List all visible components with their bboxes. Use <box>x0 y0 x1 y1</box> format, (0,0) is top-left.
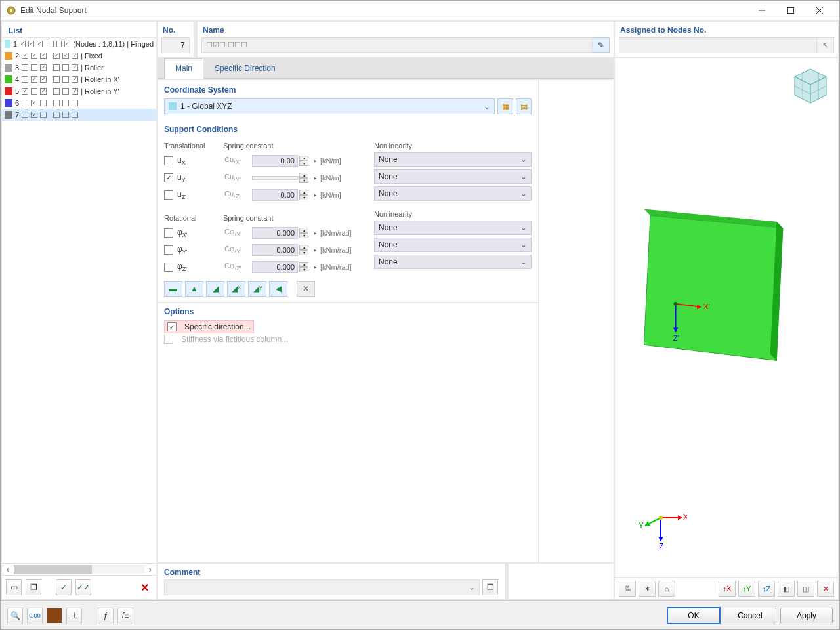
app-icon <box>6 5 16 16</box>
color-button[interactable] <box>47 608 62 623</box>
nonlinearity-ry-select[interactable]: None⌄ <box>374 238 532 252</box>
rot-0-value[interactable]: 0.000 <box>252 227 298 239</box>
list-item[interactable]: 1(Nodes : 1,8,11) | Hinged <box>2 38 156 50</box>
nonlinearity-uz-select[interactable]: None⌄ <box>374 186 532 201</box>
check-green-button[interactable]: ✓ <box>56 579 72 595</box>
view-z-button[interactable]: ↕Z <box>758 581 775 597</box>
coordinate-system-select[interactable]: 1 - Global XYZ ⌄ <box>164 98 495 114</box>
trans-2-menu[interactable]: ▸ <box>311 192 319 198</box>
rot-0-menu[interactable]: ▸ <box>311 230 319 236</box>
pick-nodes-button[interactable]: ↖ <box>817 37 834 53</box>
name-field[interactable]: ☐☑☐ ☐☐☐ <box>201 37 593 52</box>
view-cancel-button[interactable]: ✕ <box>817 581 834 597</box>
preset-wall-icon[interactable]: ◀ <box>269 281 287 297</box>
tab-bar: Main Specific Direction <box>158 58 614 79</box>
list-item[interactable]: 4| Roller in X' <box>2 74 156 85</box>
rot-2-menu[interactable]: ▸ <box>311 264 319 270</box>
script-button[interactable]: ƒ <box>98 608 114 623</box>
rot-1-checkbox[interactable] <box>164 245 173 255</box>
preset-roller-y-icon[interactable]: ◢ʸ <box>248 281 266 297</box>
nonlinearity-ux-select[interactable]: None⌄ <box>374 152 532 167</box>
list-item[interactable]: 5| Roller in Y' <box>2 85 156 97</box>
rot-1-value[interactable]: 0.000 <box>252 244 298 256</box>
view-iso-button[interactable]: ◧ <box>778 581 795 597</box>
cs-value: 1 - Global XYZ <box>180 102 232 111</box>
cancel-button[interactable]: Cancel <box>724 608 776 623</box>
nonlinearity-rz-select[interactable]: None⌄ <box>374 255 532 269</box>
rot-2-checkbox[interactable] <box>164 262 173 272</box>
list-item[interactable]: 2| Fixed <box>2 50 156 62</box>
preset-roller-x-icon[interactable]: ◢ˣ <box>227 281 245 297</box>
nonlinearity-uy-select[interactable]: None⌄ <box>374 169 532 184</box>
preset-fixed-icon[interactable]: ▲ <box>185 281 203 297</box>
ok-button[interactable]: OK <box>667 608 720 623</box>
view-persp-button[interactable]: ◫ <box>797 581 814 597</box>
option-specific-direction[interactable]: Specific direction... <box>164 320 254 333</box>
svg-marker-13 <box>644 215 783 360</box>
list-scrollbar[interactable]: ‹ › <box>2 563 156 575</box>
scroll-thumb[interactable] <box>14 565 92 574</box>
trans-2-checkbox[interactable] <box>164 190 173 200</box>
scroll-left-icon[interactable]: ‹ <box>2 565 14 574</box>
list-item[interactable]: 6 <box>2 97 156 109</box>
view-reset-button[interactable]: ⌂ <box>658 581 675 597</box>
list-title: List <box>2 22 156 38</box>
preset-roller-icon[interactable]: ◢ <box>206 281 224 297</box>
rot-1-spinner[interactable]: ▴▾ <box>299 245 308 255</box>
minimize-button[interactable] <box>747 1 776 20</box>
check-list-button[interactable]: ✓✓ <box>75 579 91 595</box>
coordinate-system-title: Coordinate System <box>164 85 532 94</box>
print-preview-button[interactable]: 🖶 <box>619 581 636 597</box>
rot-2-value[interactable]: 0.000 <box>252 261 298 273</box>
trans-0-value[interactable]: 0.00 <box>252 155 298 167</box>
units-button[interactable]: 0.00 <box>27 608 43 623</box>
cs-new-button[interactable]: ▦ <box>497 98 513 114</box>
global-axes-icon: X Y Z <box>635 498 687 551</box>
support-list[interactable]: 1(Nodes : 1,8,11) | Hinged2| Fixed3| Rol… <box>2 38 156 563</box>
preset-hinged-icon[interactable]: ▬ <box>164 281 182 297</box>
help-button[interactable]: 🔍 <box>7 608 23 623</box>
rot-0-spinner[interactable]: ▴▾ <box>299 228 308 238</box>
iso-cube-icon <box>791 66 830 106</box>
maximize-button[interactable] <box>776 1 805 20</box>
specific-direction-checkbox[interactable] <box>167 322 177 331</box>
comment-library-button[interactable]: ❐ <box>482 579 498 595</box>
list-item[interactable]: 7 <box>2 109 156 121</box>
assigned-nodes-field[interactable] <box>619 37 817 53</box>
close-button[interactable] <box>805 1 834 20</box>
rot-2-spinner[interactable]: ▴▾ <box>299 262 308 272</box>
name-label: Name <box>198 22 614 36</box>
preset-free-icon[interactable]: ✕ <box>297 281 315 297</box>
view-y-button[interactable]: ↕Y <box>738 581 755 597</box>
preview-viewport[interactable]: X' Z' X Y Z <box>615 58 838 577</box>
trans-1-checkbox[interactable] <box>164 173 173 182</box>
cs-edit-button[interactable]: ▤ <box>516 98 532 114</box>
svg-point-22 <box>674 302 678 306</box>
apply-button[interactable]: Apply <box>780 608 833 623</box>
titlebar: Edit Nodal Support <box>1 1 839 20</box>
trans-0-spinner[interactable]: ▴▾ <box>299 156 308 166</box>
trans-0-checkbox[interactable] <box>164 156 173 165</box>
rot-0-checkbox[interactable] <box>164 228 173 238</box>
trans-2-spinner[interactable]: ▴▾ <box>299 190 308 200</box>
delete-button[interactable]: ✕ <box>136 579 152 595</box>
no-field[interactable]: 7 <box>161 37 190 53</box>
new-item-button[interactable]: ▭ <box>6 579 22 595</box>
rot-1-menu[interactable]: ▸ <box>311 247 319 253</box>
copy-item-button[interactable]: ❐ <box>26 579 41 595</box>
comment-field[interactable]: ⌄ <box>164 579 480 595</box>
function-button[interactable]: f≡ <box>117 608 133 623</box>
stiffness-column-checkbox <box>164 335 173 344</box>
tab-specific-direction[interactable]: Specific Direction <box>203 58 287 78</box>
scroll-right-icon[interactable]: › <box>144 565 156 574</box>
axis-button[interactable]: ⊥ <box>66 608 82 623</box>
no-label: No. <box>158 22 194 36</box>
axis-toggle-button[interactable]: ✶ <box>639 581 656 597</box>
trans-2-value[interactable]: 0.00 <box>252 189 298 201</box>
edit-name-button[interactable]: ✎ <box>593 37 610 52</box>
nonlinearity-rx-select[interactable]: None⌄ <box>374 220 532 235</box>
trans-0-menu[interactable]: ▸ <box>311 158 319 164</box>
view-x-button[interactable]: ↕X <box>719 581 736 597</box>
list-item[interactable]: 3| Roller <box>2 62 156 74</box>
tab-main[interactable]: Main <box>164 58 203 79</box>
